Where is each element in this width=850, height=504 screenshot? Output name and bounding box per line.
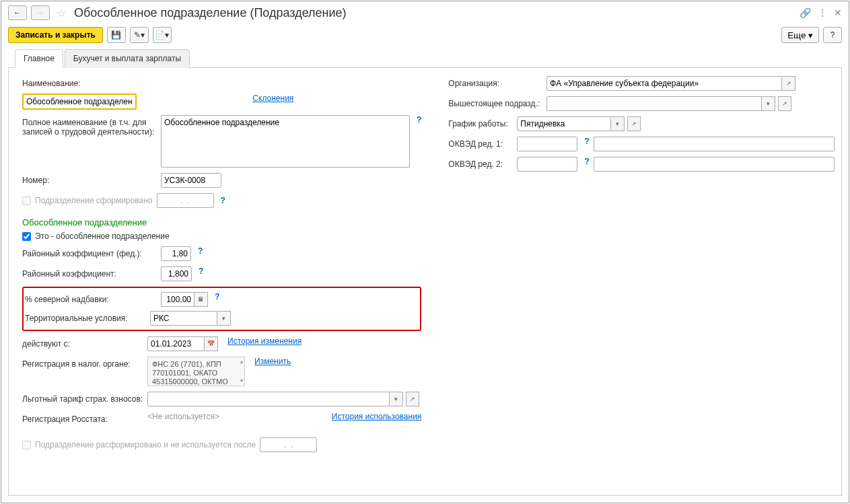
help-coef-fed-icon[interactable]: ? [198, 246, 203, 256]
fullname-input[interactable] [161, 115, 410, 168]
help-fullname-icon[interactable]: ? [417, 115, 421, 124]
north-pct-input[interactable] [161, 292, 194, 307]
edit-button[interactable]: ✎▾ [130, 27, 149, 43]
disbanded-label: Подразделение расформировано и не исполь… [35, 440, 256, 449]
tab-accounting[interactable]: Бухучет и выплата зарплаты [65, 49, 190, 68]
fullname-label: Полное наименование (в т.ч. для записей … [22, 115, 157, 137]
usage-history-link[interactable]: История использования [332, 412, 422, 421]
help-coef-icon[interactable]: ? [199, 266, 203, 276]
copy-button[interactable]: 📄▾ [153, 27, 172, 43]
coef-fed-label: Районный коэффициент (фед.): [22, 246, 157, 258]
is-separate-checkbox[interactable] [22, 232, 31, 241]
valid-from-label: действуют с: [22, 336, 143, 349]
terr-select[interactable] [150, 311, 217, 326]
change-link[interactable]: Изменить [254, 357, 291, 366]
is-separate-label: Это - обособленное подразделение [35, 231, 170, 241]
close-icon[interactable]: ✕ [834, 7, 842, 18]
formed-checkbox [22, 196, 31, 205]
section-title: Обособленное подразделение [22, 217, 421, 227]
save-button[interactable]: 💾 [107, 27, 126, 43]
terr-label: Территориальные условия: [25, 311, 146, 323]
help-button[interactable]: ? [823, 27, 842, 43]
schedule-dropdown-icon[interactable]: ▾ [611, 116, 625, 131]
parent-input[interactable] [546, 96, 762, 111]
kebab-menu-icon[interactable]: ⋮ [818, 7, 827, 18]
org-input[interactable] [546, 76, 782, 91]
calendar-icon[interactable]: 📅 [205, 336, 218, 351]
more-button[interactable]: Еще ▾ [781, 27, 819, 43]
help-okved2-icon[interactable]: ? [584, 157, 589, 166]
north-pct-label: % северной надбавки: [25, 292, 157, 304]
rosstat-label: Регистрация Росстата: [22, 412, 143, 424]
tarif-open-icon[interactable]: ↗ [406, 392, 419, 406]
save-close-button[interactable]: Записать и закрыть [8, 27, 103, 43]
coef-input[interactable] [161, 266, 192, 281]
tarif-input[interactable] [147, 392, 390, 406]
window-title: Обособленное подразделение (Подразделени… [74, 6, 795, 20]
org-open-icon[interactable]: ↗ [782, 76, 795, 91]
help-formed-icon[interactable]: ? [221, 196, 225, 205]
rosstat-value: <Не используется> [147, 412, 219, 421]
disbanded-date-input [260, 437, 317, 452]
terr-dropdown-icon[interactable]: ▾ [217, 311, 231, 326]
schedule-open-icon[interactable]: ↗ [627, 116, 641, 131]
okved1-name-input[interactable] [594, 137, 835, 151]
tax-reg-value: ФНС 26 (7701), КПП 770101001, ОКАТО 4531… [147, 357, 245, 386]
schedule-label: График работы: [448, 116, 513, 129]
number-input[interactable] [161, 173, 221, 188]
help-north-icon[interactable]: ? [215, 292, 219, 301]
nav-forward-button: → [31, 5, 50, 20]
name-input[interactable] [22, 94, 137, 110]
favorite-icon[interactable]: ☆ [57, 7, 66, 20]
schedule-input[interactable] [517, 116, 611, 131]
number-label: Номер: [22, 173, 157, 185]
tab-main[interactable]: Главное [15, 49, 63, 68]
coef-fed-input[interactable] [161, 246, 191, 261]
nav-back-button[interactable]: ← [8, 5, 27, 20]
help-okved1-icon[interactable]: ? [584, 137, 589, 146]
parent-label: Вышестоящее подразд.: [448, 96, 542, 108]
okved2-code-input[interactable] [517, 157, 577, 172]
formed-label: Подразделение сформировано [35, 196, 153, 205]
parent-open-icon[interactable]: ↗ [778, 96, 791, 111]
coef-label: Районный коэффициент: [22, 266, 157, 279]
calculator-icon[interactable]: 🖩 [194, 292, 208, 307]
tax-reg-label: Регистрация в налог. органе: [22, 357, 143, 369]
tarif-dropdown-icon[interactable]: ▾ [390, 392, 403, 406]
okved2-name-input[interactable] [594, 157, 835, 172]
history-link[interactable]: История изменения [227, 336, 302, 346]
okved2-label: ОКВЭД ред. 2: [448, 157, 513, 169]
link-icon[interactable]: 🔗 [800, 7, 811, 18]
org-label: Организация: [448, 76, 542, 88]
disbanded-checkbox [22, 441, 31, 449]
formed-date-input [157, 193, 214, 208]
parent-dropdown-icon[interactable]: ▾ [762, 96, 775, 111]
valid-from-input[interactable] [147, 336, 205, 351]
name-label: Наименование: [22, 76, 157, 88]
declensions-link[interactable]: Склонения [252, 94, 293, 103]
tarif-label: Льготный тариф страх. взносов: [22, 392, 143, 404]
okved1-label: ОКВЭД ред. 1: [448, 137, 513, 149]
okved1-code-input[interactable] [517, 137, 577, 151]
